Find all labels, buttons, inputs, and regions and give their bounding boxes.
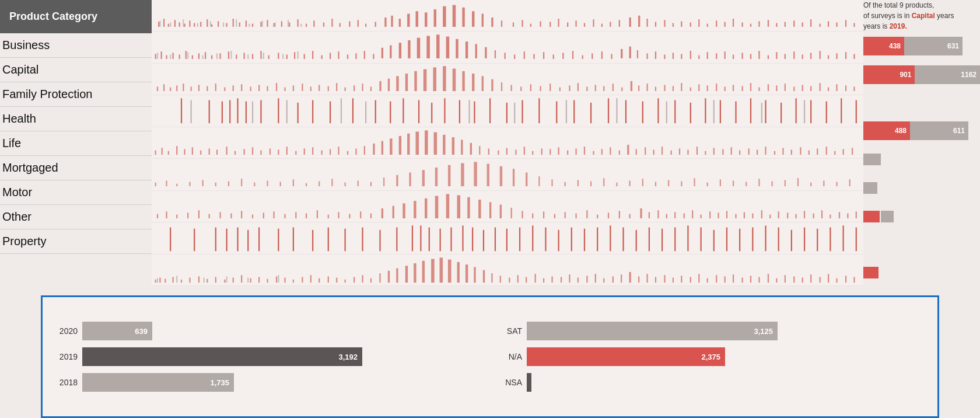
svg-rect-230 xyxy=(501,82,502,91)
svg-rect-674 xyxy=(226,276,228,283)
category-other[interactable]: Other xyxy=(0,205,152,229)
svg-rect-240 xyxy=(595,85,596,91)
svg-rect-301 xyxy=(657,99,659,124)
svg-rect-571 xyxy=(649,228,650,252)
svg-rect-3 xyxy=(174,20,176,27)
svg-rect-139 xyxy=(495,51,496,59)
svg-rect-238 xyxy=(578,83,579,91)
svg-rect-239 xyxy=(586,86,587,90)
svg-rect-513 xyxy=(666,214,667,218)
svg-rect-167 xyxy=(750,54,751,60)
svg-rect-601 xyxy=(258,277,260,283)
svg-rect-287 xyxy=(431,103,432,123)
svg-rect-233 xyxy=(530,84,531,91)
svg-rect-94 xyxy=(262,20,263,27)
svg-rect-418 xyxy=(254,183,255,186)
svg-rect-429 xyxy=(396,175,398,186)
category-property[interactable]: Property xyxy=(0,229,152,254)
svg-rect-420 xyxy=(280,182,281,186)
svg-rect-531 xyxy=(821,210,822,218)
category-motor[interactable]: Motor xyxy=(0,180,152,205)
svg-rect-40 xyxy=(453,5,456,27)
stats-life xyxy=(863,145,980,173)
category-capital[interactable]: Capital xyxy=(0,58,152,82)
svg-rect-285 xyxy=(402,99,404,124)
svg-rect-180 xyxy=(157,53,158,60)
svg-rect-190 xyxy=(157,86,158,90)
svg-rect-44 xyxy=(491,18,493,27)
category-mortgaged[interactable]: Mortgaged xyxy=(0,156,152,180)
svg-rect-620 xyxy=(422,260,425,282)
svg-rect-387 xyxy=(662,147,663,155)
svg-rect-149 xyxy=(592,54,593,60)
svg-rect-46 xyxy=(513,22,514,26)
svg-rect-210 xyxy=(318,85,320,91)
svg-rect-514 xyxy=(674,212,676,218)
svg-rect-477 xyxy=(284,214,285,218)
svg-rect-369 xyxy=(506,148,508,155)
svg-rect-27 xyxy=(340,23,341,27)
svg-rect-403 xyxy=(800,147,801,155)
category-business[interactable]: Business xyxy=(0,33,152,58)
svg-rect-134 xyxy=(446,37,450,58)
svg-rect-399 xyxy=(765,147,766,155)
svg-rect-353 xyxy=(364,146,365,155)
svg-rect-325 xyxy=(713,100,715,124)
stat-capital-red: 901 xyxy=(863,65,915,84)
svg-rect-14 xyxy=(239,22,240,26)
stats-motor xyxy=(863,203,980,230)
svg-rect-59 xyxy=(629,18,631,27)
svg-rect-658 xyxy=(750,276,751,283)
category-family-protection[interactable]: Family Protection xyxy=(0,82,152,107)
svg-rect-453 xyxy=(707,183,708,186)
svg-rect-631 xyxy=(517,275,519,283)
year-bar-2019: 3,192 xyxy=(82,347,362,366)
svg-rect-549 xyxy=(379,230,380,251)
svg-rect-62 xyxy=(655,22,656,27)
svg-rect-106 xyxy=(205,53,206,60)
svg-rect-64 xyxy=(673,23,674,27)
svg-rect-638 xyxy=(578,277,579,283)
svg-rect-361 xyxy=(434,132,438,154)
svg-rect-496 xyxy=(489,202,491,218)
svg-rect-657 xyxy=(741,277,743,283)
svg-rect-592 xyxy=(181,279,182,282)
svg-rect-538 xyxy=(215,228,216,252)
svg-rect-357 xyxy=(399,136,401,155)
svg-rect-633 xyxy=(535,274,536,283)
category-life[interactable]: Life xyxy=(0,131,152,156)
svg-rect-607 xyxy=(310,275,312,283)
svg-rect-219 xyxy=(396,76,398,91)
svg-rect-316 xyxy=(252,102,253,123)
svg-rect-562 xyxy=(532,225,533,251)
svg-rect-595 xyxy=(206,278,208,282)
svg-rect-144 xyxy=(543,53,544,60)
svg-rect-176 xyxy=(828,55,829,59)
svg-rect-543 xyxy=(278,229,279,251)
svg-rect-270 xyxy=(853,86,855,90)
svg-rect-66 xyxy=(690,22,691,26)
svg-rect-306 xyxy=(735,102,736,123)
svg-rect-431 xyxy=(422,170,425,186)
category-health[interactable]: Health xyxy=(0,107,152,131)
svg-rect-110 xyxy=(236,55,237,59)
svg-rect-629 xyxy=(500,276,501,283)
svg-rect-441 xyxy=(551,179,552,186)
stat-capital-gray: 1162 xyxy=(915,65,980,84)
svg-rect-6 xyxy=(189,20,190,27)
svg-rect-53 xyxy=(575,20,576,27)
svg-rect-211 xyxy=(328,86,329,91)
svg-rect-350 xyxy=(338,147,339,155)
svg-rect-393 xyxy=(713,148,715,155)
svg-rect-428 xyxy=(383,177,384,186)
svg-rect-86 xyxy=(159,20,160,27)
svg-rect-443 xyxy=(578,180,579,187)
svg-rect-615 xyxy=(379,273,380,283)
svg-rect-572 xyxy=(662,229,663,251)
svg-rect-509 xyxy=(629,214,631,218)
svg-rect-395 xyxy=(731,147,732,155)
svg-rect-274 xyxy=(229,100,230,124)
svg-rect-412 xyxy=(176,184,177,186)
svg-rect-5 xyxy=(184,24,185,27)
svg-rect-189 xyxy=(298,52,299,60)
